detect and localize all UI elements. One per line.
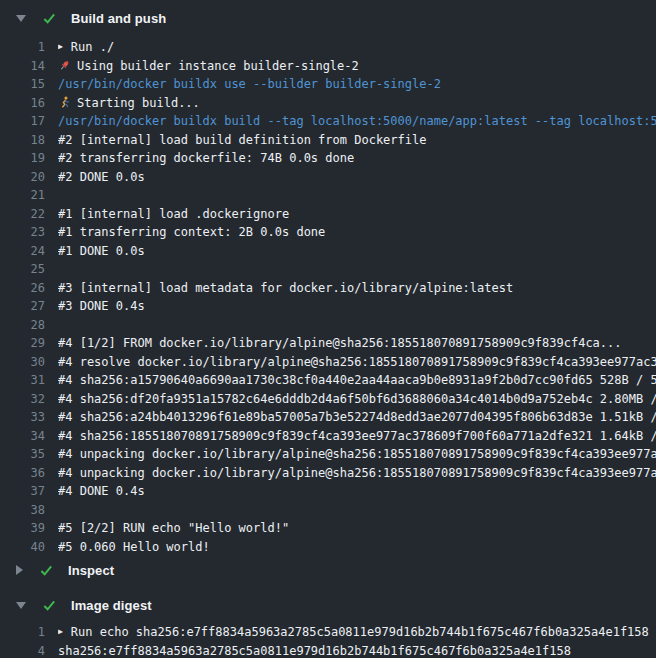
log-line: 20#2 DONE 0.0s bbox=[0, 168, 656, 187]
line-number[interactable]: 35 bbox=[0, 445, 45, 464]
log-line: 25 bbox=[0, 260, 656, 279]
log-line: 37#4 DONE 0.4s bbox=[0, 482, 656, 501]
line-number[interactable]: 15 bbox=[0, 75, 45, 94]
pushpin-icon bbox=[58, 59, 71, 72]
log-line: 28 bbox=[0, 316, 656, 335]
line-number[interactable]: 17 bbox=[0, 112, 45, 131]
line-number[interactable]: 31 bbox=[0, 371, 45, 390]
log-text-content: #4 sha256:a15790640a6690aa1730c38cf0a440… bbox=[58, 371, 656, 390]
log-text-content: Using builder instance builder-single-2 bbox=[77, 57, 359, 76]
line-number[interactable]: 23 bbox=[0, 223, 45, 242]
log-text-content: #4 sha256:185518070891758909c9f839cf4ca3… bbox=[58, 427, 656, 446]
log-text-content: #3 [internal] load metadata for docker.i… bbox=[58, 279, 513, 298]
line-number[interactable]: 4 bbox=[0, 642, 45, 658]
log-text-content: #2 transferring dockerfile: 74B 0.0s don… bbox=[58, 149, 354, 168]
line-number[interactable]: 37 bbox=[0, 482, 45, 501]
log-text-content: #4 DONE 0.4s bbox=[58, 482, 145, 501]
line-number[interactable]: 22 bbox=[0, 205, 45, 224]
log-text-content: #4 resolve docker.io/library/alpine@sha2… bbox=[58, 353, 656, 372]
log-line: 40#5 0.060 Hello world! bbox=[0, 538, 656, 557]
log-text-content: #5 0.060 Hello world! bbox=[58, 538, 210, 557]
line-number[interactable]: 40 bbox=[0, 538, 45, 557]
line-number[interactable]: 28 bbox=[0, 316, 45, 335]
log-text: /usr/bin/docker buildx use --builder bui… bbox=[58, 75, 656, 94]
log-text-content: #4 unpacking docker.io/library/alpine@sh… bbox=[58, 464, 656, 483]
log-line: 15/usr/bin/docker buildx use --builder b… bbox=[0, 75, 656, 94]
log-line: 31#4 sha256:a15790640a6690aa1730c38cf0a4… bbox=[0, 371, 656, 390]
line-number[interactable]: 32 bbox=[0, 390, 45, 409]
log-text: #4 resolve docker.io/library/alpine@sha2… bbox=[58, 353, 656, 372]
expand-chevron-icon[interactable]: ▶ bbox=[58, 628, 63, 636]
log-text-content: #4 [1/2] FROM docker.io/library/alpine@s… bbox=[58, 334, 622, 353]
log-text: #2 transferring dockerfile: 74B 0.0s don… bbox=[58, 149, 656, 168]
section-image-digest: Image digest 1▶Run echo sha256:e7ff8834a… bbox=[0, 593, 656, 658]
log-text: sha256:e7ff8834a5963a2785c5a0811e979d16b… bbox=[58, 642, 656, 658]
log-text: #4 sha256:a15790640a6690aa1730c38cf0a440… bbox=[58, 371, 656, 390]
log-text-content: /usr/bin/docker buildx use --builder bui… bbox=[58, 75, 441, 94]
line-number[interactable]: 27 bbox=[0, 297, 45, 316]
log-line: 22#1 [internal] load .dockerignore bbox=[0, 205, 656, 224]
line-number[interactable]: 34 bbox=[0, 427, 45, 446]
line-number[interactable]: 39 bbox=[0, 519, 45, 538]
log-text-content: #4 sha256:df20fa9351a15782c64e6dddb2d4a6… bbox=[58, 390, 656, 409]
log-text: #1 DONE 0.0s bbox=[58, 242, 656, 261]
log-line: 27#3 DONE 0.4s bbox=[0, 297, 656, 316]
line-number[interactable]: 24 bbox=[0, 242, 45, 261]
step-header-build-and-push[interactable]: Build and push bbox=[0, 6, 656, 30]
workflow-log-viewer: Build and push 1▶Run ./14Using builder i… bbox=[0, 0, 656, 658]
log-text-content: #1 DONE 0.0s bbox=[58, 242, 145, 261]
log-text: Using builder instance builder-single-2 bbox=[58, 57, 656, 76]
step-header-image-digest[interactable]: Image digest bbox=[0, 593, 656, 617]
expand-chevron-icon[interactable]: ▶ bbox=[58, 43, 63, 51]
log-text: #2 DONE 0.0s bbox=[58, 168, 656, 187]
line-number[interactable]: 19 bbox=[0, 149, 45, 168]
log-text-content: #4 unpacking docker.io/library/alpine@sh… bbox=[58, 445, 656, 464]
step-title: Build and push bbox=[71, 11, 166, 26]
line-number[interactable]: 20 bbox=[0, 168, 45, 187]
log-text: #4 unpacking docker.io/library/alpine@sh… bbox=[58, 464, 656, 483]
log-text: #5 [2/2] RUN echo "Hello world!" bbox=[58, 519, 656, 538]
line-number[interactable]: 1 bbox=[0, 623, 45, 642]
log-text-content: #3 DONE 0.4s bbox=[58, 297, 145, 316]
success-check-icon bbox=[42, 598, 57, 613]
line-number[interactable]: 38 bbox=[0, 501, 45, 520]
log-text-content: Run ./ bbox=[71, 38, 114, 57]
log-lines: 1▶Run ./14Using builder instance builder… bbox=[0, 38, 656, 556]
log-line: 38 bbox=[0, 501, 656, 520]
log-text-content: #5 [2/2] RUN echo "Hello world!" bbox=[58, 519, 289, 538]
log-line: 32#4 sha256:df20fa9351a15782c64e6dddb2d4… bbox=[0, 390, 656, 409]
log-text: #5 0.060 Hello world! bbox=[58, 538, 656, 557]
section-build-and-push: Build and push 1▶Run ./14Using builder i… bbox=[0, 6, 656, 556]
log-line: 1▶Run echo sha256:e7ff8834a5963a2785c5a0… bbox=[0, 623, 656, 642]
line-number[interactable]: 30 bbox=[0, 353, 45, 372]
log-line: 34#4 sha256:185518070891758909c9f839cf4c… bbox=[0, 427, 656, 446]
line-number[interactable]: 33 bbox=[0, 408, 45, 427]
line-number[interactable]: 21 bbox=[0, 186, 45, 205]
log-line: 29#4 [1/2] FROM docker.io/library/alpine… bbox=[0, 334, 656, 353]
log-text: #3 [internal] load metadata for docker.i… bbox=[58, 279, 656, 298]
log-text-content: #2 DONE 0.0s bbox=[58, 168, 145, 187]
log-text: #4 sha256:a24bb4013296f61e89ba57005a7b3e… bbox=[58, 408, 656, 427]
line-number[interactable]: 25 bbox=[0, 260, 45, 279]
line-number[interactable]: 29 bbox=[0, 334, 45, 353]
log-text: #4 [1/2] FROM docker.io/library/alpine@s… bbox=[58, 334, 656, 353]
step-header-inspect[interactable]: Inspect bbox=[0, 558, 656, 582]
log-line: 30#4 resolve docker.io/library/alpine@sh… bbox=[0, 353, 656, 372]
log-line: 23#1 transferring context: 2B 0.0s done bbox=[0, 223, 656, 242]
line-number[interactable]: 14 bbox=[0, 57, 45, 76]
line-number[interactable]: 36 bbox=[0, 464, 45, 483]
collapse-triangle-icon[interactable] bbox=[16, 602, 26, 609]
log-line: 33#4 sha256:a24bb4013296f61e89ba57005a7b… bbox=[0, 408, 656, 427]
step-title: Image digest bbox=[71, 598, 152, 613]
log-line: 26#3 [internal] load metadata for docker… bbox=[0, 279, 656, 298]
line-number[interactable]: 16 bbox=[0, 94, 45, 113]
log-line: 35#4 unpacking docker.io/library/alpine@… bbox=[0, 445, 656, 464]
log-text: #2 [internal] load build definition from… bbox=[58, 131, 656, 150]
expand-triangle-icon[interactable] bbox=[16, 565, 23, 575]
line-number[interactable]: 26 bbox=[0, 279, 45, 298]
collapse-triangle-icon[interactable] bbox=[16, 15, 26, 22]
line-number[interactable]: 1 bbox=[0, 38, 45, 57]
log-text-content: Run echo sha256:e7ff8834a5963a2785c5a081… bbox=[71, 623, 649, 642]
line-number[interactable]: 18 bbox=[0, 131, 45, 150]
log-text-content: #2 [internal] load build definition from… bbox=[58, 131, 426, 150]
